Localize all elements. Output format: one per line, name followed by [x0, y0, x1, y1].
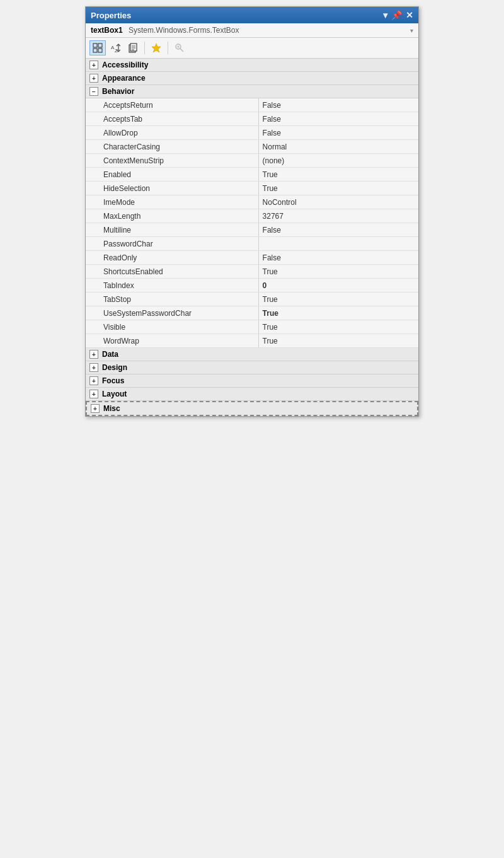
expand-icon-behavior: − — [89, 87, 98, 96]
category-design[interactable]: +Design — [86, 361, 418, 374]
prop-value[interactable]: True — [259, 293, 418, 306]
table-row[interactable]: VisibleTrue — [86, 320, 418, 334]
table-row[interactable]: ShortcutsEnabledTrue — [86, 265, 418, 279]
prop-value[interactable]: False — [259, 126, 418, 139]
prop-value[interactable]: True — [259, 306, 418, 320]
prop-value[interactable]: True — [259, 168, 418, 181]
table-row[interactable]: AcceptsReturnFalse — [86, 98, 418, 112]
table-row[interactable]: MultilineFalse — [86, 223, 418, 237]
prop-name: AllowDrop — [86, 126, 259, 139]
search-button[interactable] — [171, 40, 188, 55]
grid-view-button[interactable] — [89, 40, 106, 55]
table-row[interactable]: CharacterCasingNormal — [86, 140, 418, 154]
component-dropdown-btn[interactable]: ▾ — [410, 27, 413, 34]
expand-icon-design: + — [89, 363, 98, 372]
svg-rect-3 — [98, 49, 102, 52]
category-behavior[interactable]: −Behavior — [86, 85, 418, 98]
prop-name: Visible — [86, 320, 259, 333]
table-row[interactable]: ReadOnlyFalse — [86, 251, 418, 265]
category-label-design: Design — [102, 363, 127, 372]
events-button[interactable] — [148, 40, 164, 55]
table-row[interactable]: AllowDropFalse — [86, 126, 418, 140]
category-label-focus: Focus — [102, 376, 124, 385]
category-label-data: Data — [102, 350, 118, 359]
prop-name: ImeMode — [86, 195, 259, 209]
prop-value[interactable]: True — [259, 334, 418, 347]
table-row[interactable]: TabStopTrue — [86, 293, 418, 306]
table-row[interactable]: WordWrapTrue — [86, 334, 418, 348]
component-bar: textBox1 System.Windows.Forms.TextBox ▾ — [86, 23, 418, 38]
prop-value[interactable]: False — [259, 251, 418, 264]
dropdown-arrow-icon[interactable]: ▾ — [383, 10, 387, 20]
category-label-behavior: Behavior — [102, 87, 134, 96]
category-label-misc: Misc — [103, 404, 120, 413]
events-icon — [151, 43, 161, 53]
title-bar-left: Properties — [91, 11, 131, 20]
svg-line-14 — [180, 49, 183, 52]
component-type: System.Windows.Forms.TextBox — [129, 26, 239, 35]
prop-value[interactable]: (none) — [259, 154, 418, 167]
prop-value[interactable]: NoControl — [259, 195, 418, 209]
prop-value[interactable]: 32767 — [259, 209, 418, 223]
table-row[interactable]: ContextMenuStrip(none) — [86, 154, 418, 168]
prop-value[interactable]: True — [259, 265, 418, 278]
prop-name: CharacterCasing — [86, 140, 259, 153]
table-row[interactable]: UseSystemPasswordCharTrue — [86, 306, 418, 320]
svg-rect-2 — [93, 49, 97, 52]
prop-value[interactable]: 0 — [259, 279, 418, 292]
table-row[interactable]: MaxLength32767 — [86, 209, 418, 223]
prop-name: TabStop — [86, 293, 259, 306]
category-layout[interactable]: +Layout — [86, 388, 418, 401]
prop-name: AcceptsTab — [86, 112, 259, 125]
category-data[interactable]: +Data — [86, 348, 418, 361]
props-body: +Accessibility+Appearance−BehaviorAccept… — [86, 59, 418, 416]
prop-name: UseSystemPasswordChar — [86, 306, 259, 320]
svg-marker-12 — [152, 43, 161, 52]
prop-value[interactable]: Normal — [259, 140, 418, 153]
prop-name: WordWrap — [86, 334, 259, 347]
svg-rect-1 — [98, 43, 102, 47]
pin-icon[interactable]: 📌 — [391, 10, 402, 20]
expand-icon-appearance: + — [89, 74, 98, 83]
expand-icon-layout: + — [89, 390, 98, 398]
prop-name: ContextMenuStrip — [86, 154, 259, 167]
table-row[interactable]: ImeModeNoControl — [86, 195, 418, 209]
search-icon — [175, 43, 185, 53]
prop-value[interactable]: False — [259, 223, 418, 236]
prop-value[interactable]: True — [259, 320, 418, 333]
expand-icon-misc: + — [91, 404, 100, 413]
table-row[interactable]: PasswordChar — [86, 237, 418, 251]
title-bar-controls: ▾ 📌 ✕ — [383, 10, 413, 20]
property-pages-icon — [128, 43, 138, 53]
toolbar: A Z — [86, 38, 418, 59]
component-info: textBox1 System.Windows.Forms.TextBox — [91, 26, 239, 35]
category-label-appearance: Appearance — [102, 74, 146, 83]
prop-value[interactable] — [259, 237, 418, 250]
expand-icon-accessibility: + — [89, 61, 98, 69]
prop-value[interactable]: True — [259, 182, 418, 195]
category-misc[interactable]: +Misc — [86, 401, 418, 416]
alpha-sort-icon: A Z — [110, 43, 120, 53]
table-row[interactable]: EnabledTrue — [86, 168, 418, 182]
prop-value[interactable]: False — [259, 98, 418, 112]
prop-name: ShortcutsEnabled — [86, 265, 259, 278]
prop-value[interactable]: False — [259, 112, 418, 125]
close-icon[interactable]: ✕ — [406, 10, 413, 20]
alpha-sort-button[interactable]: A Z — [107, 40, 123, 55]
table-row[interactable]: AcceptsTabFalse — [86, 112, 418, 126]
prop-name: PasswordChar — [86, 237, 259, 250]
svg-rect-0 — [93, 43, 97, 47]
category-label-accessibility: Accessibility — [102, 61, 148, 69]
property-pages-button[interactable] — [125, 40, 141, 55]
category-accessibility[interactable]: +Accessibility — [86, 59, 418, 72]
table-row[interactable]: HideSelectionTrue — [86, 182, 418, 195]
prop-name: AcceptsReturn — [86, 98, 259, 112]
table-row[interactable]: TabIndex0 — [86, 279, 418, 293]
category-focus[interactable]: +Focus — [86, 374, 418, 388]
prop-name: MaxLength — [86, 209, 259, 223]
prop-name: Multiline — [86, 223, 259, 236]
category-appearance[interactable]: +Appearance — [86, 72, 418, 85]
grid-view-icon — [93, 43, 103, 53]
category-label-layout: Layout — [102, 390, 127, 398]
prop-name: ReadOnly — [86, 251, 259, 264]
